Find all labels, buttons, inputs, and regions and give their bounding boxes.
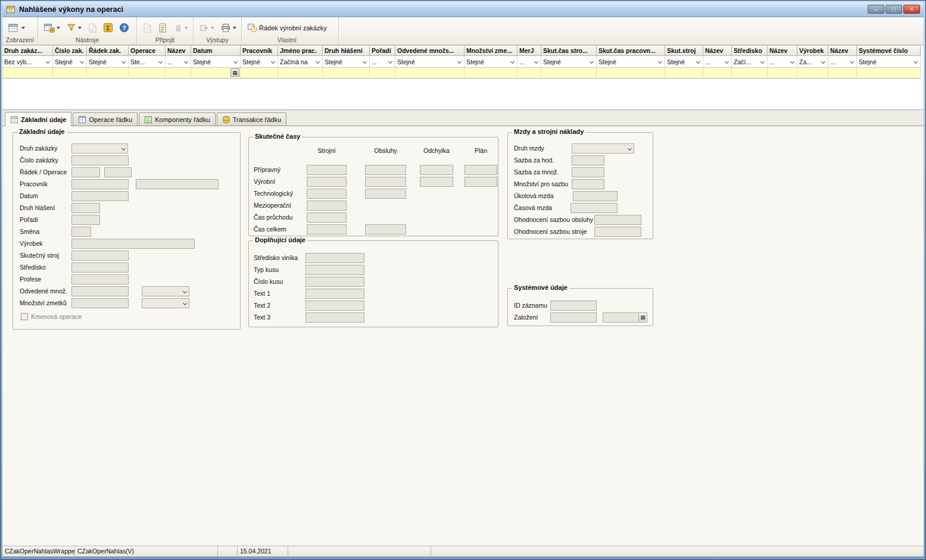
filter-operator-dropdown[interactable]: ... — [517, 56, 541, 68]
tab-transakce-radku[interactable]: Transakce řádku — [217, 112, 287, 126]
odvedene-mnozstvi-merj-select[interactable] — [142, 286, 189, 296]
filter-value-cell[interactable] — [53, 68, 87, 79]
column-header[interactable]: Číslo zak. — [53, 45, 87, 56]
filter-operator-dropdown[interactable]: ... — [828, 56, 857, 68]
filter-operator-dropdown[interactable]: Stejné — [241, 56, 278, 68]
column-header[interactable]: Datum — [191, 45, 241, 56]
kmenova-operace-checkbox[interactable] — [21, 313, 28, 320]
cas-pruchodu-field[interactable] — [307, 212, 347, 223]
column-header[interactable]: Pořadí — [370, 45, 395, 56]
filter-operator-dropdown[interactable]: Ste... — [129, 56, 166, 68]
stredisko-vinika-field[interactable] — [305, 253, 364, 263]
print-button[interactable] — [219, 22, 238, 33]
smena-field[interactable] — [71, 227, 91, 237]
pripravny-plan-field[interactable] — [464, 165, 497, 175]
attach-document-button[interactable] — [141, 22, 153, 34]
attach-menu-button[interactable] — [172, 22, 189, 34]
filter-operator-dropdown[interactable]: ... — [166, 56, 191, 68]
druh-hlaseni-field[interactable] — [71, 203, 100, 213]
filter-value-cell[interactable] — [857, 68, 921, 79]
filter-value-cell[interactable] — [129, 68, 166, 79]
text3-field[interactable] — [305, 312, 364, 323]
column-header[interactable]: Jméno prac. — [278, 45, 323, 56]
column-header[interactable]: Název — [828, 45, 857, 56]
vyrobek-field[interactable] — [71, 239, 195, 249]
column-header[interactable]: Skut.stroj — [665, 45, 703, 56]
date-picker-button[interactable]: ▦ — [230, 68, 239, 77]
filter-value-cell[interactable] — [768, 68, 797, 79]
vyrobni-obsluhy-field[interactable] — [365, 177, 406, 187]
ohodnoceni-obsluhy-field[interactable] — [594, 215, 641, 225]
mnozstvi-zmetku-merj-select[interactable] — [142, 298, 189, 308]
help-button[interactable]: ? — [118, 22, 130, 33]
filter-operator-dropdown[interactable]: Začí... — [732, 56, 768, 68]
tab-zakladni-udaje[interactable]: Základní údaje — [5, 112, 71, 126]
ohodnoceni-stroje-field[interactable] — [594, 227, 641, 237]
column-header[interactable]: Druh hlášení — [323, 45, 370, 56]
filter-operator-dropdown[interactable]: Stejné — [87, 56, 129, 68]
cas-celkem-strojni-field[interactable] — [307, 224, 347, 234]
filter-operator-dropdown[interactable]: Stejné — [464, 56, 517, 68]
filter-operator-dropdown[interactable]: ... — [370, 56, 395, 68]
filter-operator-dropdown[interactable]: Stejné — [597, 56, 665, 68]
column-header[interactable]: Středisko — [732, 45, 768, 56]
filter-value-cell[interactable] — [370, 68, 395, 79]
filter-value-cell[interactable] — [732, 68, 768, 79]
mezioperacni-strojni-field[interactable] — [307, 201, 347, 211]
mnozstvi-zmetku-field[interactable] — [71, 298, 129, 308]
vyrobni-strojni-field[interactable] — [307, 177, 347, 187]
filter-button[interactable] — [65, 22, 83, 33]
filter-value-cell[interactable] — [323, 68, 370, 79]
column-header[interactable]: Výrobek — [797, 45, 828, 56]
column-header[interactable]: Skut.čas pracovn... — [597, 45, 665, 56]
filter-operator-dropdown[interactable]: Stejné — [541, 56, 597, 68]
filter-operator-dropdown[interactable]: Stejné — [395, 56, 464, 68]
view-settings-button[interactable] — [7, 22, 26, 34]
filter-value-cell[interactable] — [166, 68, 191, 79]
text1-field[interactable] — [305, 289, 364, 299]
filter-value-cell[interactable] — [87, 68, 129, 79]
column-header[interactable]: Řádek zak. — [87, 45, 129, 56]
attachments-list-button[interactable] — [157, 22, 169, 34]
odvedene-mnozstvi-field[interactable] — [71, 286, 129, 296]
filter-value-cell[interactable] — [541, 68, 597, 79]
skutecny-stroj-field[interactable] — [71, 251, 129, 261]
filter-value-cell[interactable]: ▦ — [191, 68, 241, 79]
vyrobni-odchylka-field[interactable] — [420, 177, 453, 187]
minimize-button[interactable]: – — [868, 5, 884, 14]
text2-field[interactable] — [305, 301, 364, 311]
column-settings-button[interactable] — [42, 22, 61, 34]
ukolova-mzda-field[interactable] — [573, 191, 618, 201]
filter-value-cell[interactable] — [278, 68, 323, 79]
filter-operator-dropdown[interactable]: Stejné — [53, 56, 87, 68]
datum-field[interactable] — [71, 191, 129, 201]
filter-value-cell[interactable] — [395, 68, 464, 79]
filter-operator-dropdown[interactable]: Za... — [797, 56, 828, 68]
technologicky-obsluhy-field[interactable] — [365, 189, 406, 199]
filter-operator-dropdown[interactable]: Bez výb... — [2, 56, 53, 68]
tab-operace-radku[interactable]: Operace řádku — [73, 112, 138, 126]
filter-value-cell[interactable] — [665, 68, 703, 79]
filter-operator-dropdown[interactable]: Stejné — [857, 56, 921, 68]
mnozstvi-pro-sazbu-field[interactable] — [572, 179, 604, 189]
sazba-za-mnoz-field[interactable] — [572, 167, 604, 177]
filter-operator-dropdown[interactable]: Stejné — [191, 56, 241, 68]
column-header[interactable]: Název — [703, 45, 732, 56]
pracovnik-field[interactable] — [71, 179, 129, 189]
id-zaznamu-field[interactable] — [550, 301, 597, 311]
pripravny-odchylka-field[interactable] — [420, 165, 453, 175]
druh-mzdy-select[interactable] — [572, 143, 634, 154]
cas-celkem-obsluhy-field[interactable] — [365, 224, 406, 234]
filter-value-cell[interactable] — [464, 68, 517, 79]
sazba-za-hod-field[interactable] — [572, 155, 604, 165]
column-header[interactable]: MerJ — [517, 45, 541, 56]
filter-value-cell[interactable] — [797, 68, 828, 79]
filter-value-cell[interactable] — [597, 68, 665, 79]
pripravny-obsluhy-field[interactable] — [365, 165, 406, 175]
filter-operator-dropdown[interactable]: Začíná na — [278, 56, 323, 68]
profese-field[interactable] — [71, 274, 129, 284]
column-header[interactable]: Operace — [129, 45, 166, 56]
filter-grid[interactable]: Druh zakáz...Číslo zak.Řádek zak.Operace… — [2, 45, 924, 110]
zalozeni-time-field[interactable]: ▦ — [603, 312, 647, 323]
filter-value-cell[interactable] — [828, 68, 857, 79]
